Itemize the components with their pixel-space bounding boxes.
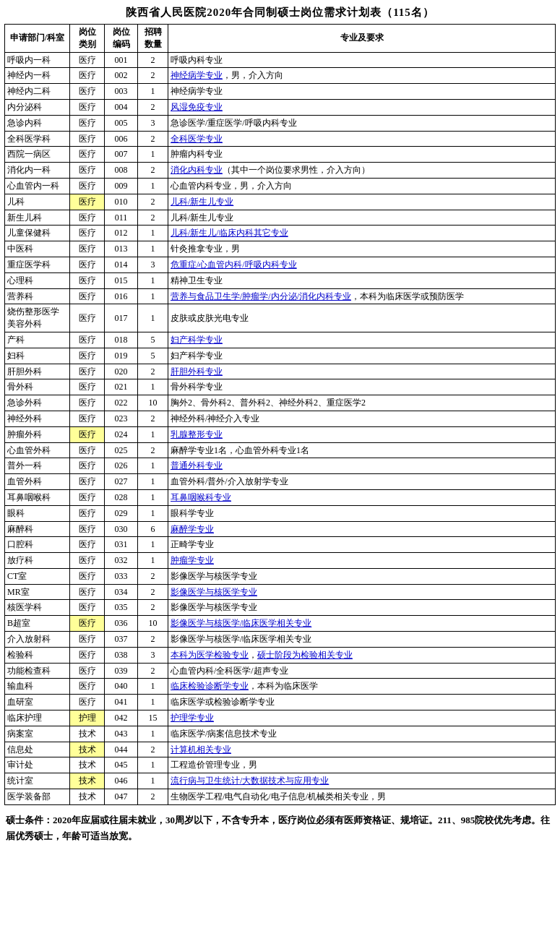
spec-cell: 骨外科学专业 [168,379,556,395]
spec-link[interactable]: 风湿免疫专业 [171,102,223,112]
spec-link[interactable]: 营养与食品卫生学/肿瘤学/内分泌/消化内科专业 [171,291,351,301]
num-cell: 1 [138,288,168,304]
spec-link[interactable]: 消化内科专业 [171,165,223,175]
col-dept: 申请部门/科室 [5,25,70,53]
spec-link[interactable]: 儿科/新生儿/临床内科其它专业 [171,228,288,238]
code-cell: 039 [105,663,138,679]
spec-cell: 肝胆外科专业 [168,364,556,379]
type-cell: 技术 [70,773,105,789]
num-cell: 1 [138,379,168,395]
spec-cell: 生物医学工程/电气自动化/电子信息/机械类相关专业，男 [168,789,556,805]
num-cell: 5 [138,348,168,364]
table-row: 消化内一科医疗0082消化内科专业（其中一个岗位要求男性，介入方向） [5,163,556,179]
table-row: 重症医学科医疗0143危重症/心血管内科/呼吸内科专业 [5,257,556,272]
table-row: 神经内一科医疗0022神经病学专业，男，介入方向 [5,68,556,84]
type-cell: 医疗 [70,616,105,632]
dept-cell: 中医科 [5,241,70,257]
spec-link[interactable]: 本科为医学检验专业 [171,650,249,660]
num-cell: 2 [138,163,168,179]
code-cell: 025 [105,442,138,458]
spec-cell: 营养与食品卫生学/肿瘤学/内分泌/消化内科专业，本科为临床医学或预防医学 [168,288,556,304]
type-cell: 医疗 [70,163,105,179]
table-row: 医学装备部技术0472生物医学工程/电气自动化/电子信息/机械类相关专业，男 [5,789,556,805]
spec-link[interactable]: 麻醉学专业 [171,524,214,534]
dept-cell: 妇科 [5,348,70,364]
dept-cell: 耳鼻咽喉科 [5,489,70,505]
num-cell: 1 [138,147,168,163]
code-cell: 046 [105,773,138,789]
code-cell: 028 [105,489,138,505]
type-cell: 医疗 [70,521,105,537]
table-row: 肝胆外科医疗0202肝胆外科专业 [5,364,556,379]
spec-link[interactable]: 护理学专业 [171,713,214,723]
code-cell: 018 [105,332,138,348]
dept-cell: 神经内二科 [5,84,70,100]
spec-link[interactable]: 耳鼻咽喉科专业 [171,492,231,502]
spec-link[interactable]: 流行病与卫生统计/大数据技术与应用专业 [171,776,329,786]
table-row: 麻醉科医疗0306麻醉学专业 [5,521,556,537]
dept-cell: 急诊外科 [5,395,70,411]
code-cell: 010 [105,194,138,210]
code-cell: 011 [105,210,138,226]
num-cell: 5 [138,332,168,348]
spec-cell: 心血管内科专业，男，介入方向 [168,178,556,194]
table-row: 核医学科医疗0352影像医学与核医学专业 [5,600,556,616]
spec-cell: 乳腺整形专业 [168,426,556,442]
num-cell: 2 [138,568,168,584]
num-cell: 1 [138,505,168,521]
spec-cell: 危重症/心血管内科/呼吸内科专业 [168,257,556,272]
spec-link[interactable]: 影像医学与核医学/临床医学相关专业 [171,618,311,628]
table-row: 心理科医疗0151精神卫生专业 [5,272,556,288]
col-spec: 专业及要求 [168,25,556,53]
type-cell: 技术 [70,742,105,757]
dept-cell: B超室 [5,616,70,632]
type-cell: 医疗 [70,288,105,304]
spec-link[interactable]: 神经病学专业 [171,70,223,80]
spec-link[interactable]: 肝胆外科专业 [171,366,223,377]
spec-link[interactable]: 全科医学专业 [171,134,223,144]
spec-link[interactable]: 肿瘤学专业 [171,555,214,565]
spec-cell: 临床检验诊断学专业，本科为临床医学 [168,679,556,695]
spec-cell: 心血管内科/全科医学/超声专业 [168,663,556,679]
spec-link[interactable]: 妇产科学专业 [171,335,223,345]
dept-cell: 口腔科 [5,537,70,553]
type-cell: 医疗 [70,210,105,226]
spec-cell: 普通外科专业 [168,458,556,474]
spec-cell: 儿科/新生儿专业 [168,194,556,210]
type-cell: 医疗 [70,537,105,553]
num-cell: 1 [138,84,168,100]
spec-link[interactable]: 影像医学与核医学专业 [171,587,257,597]
code-cell: 032 [105,553,138,569]
code-cell: 047 [105,789,138,805]
table-row: 儿科医疗0102儿科/新生儿专业 [5,194,556,210]
code-cell: 027 [105,474,138,490]
spec-link[interactable]: 危重症/心血管内科/呼吸内科专业 [171,259,297,270]
type-cell: 医疗 [70,600,105,616]
dept-cell: 心理科 [5,272,70,288]
dept-cell: CT室 [5,568,70,584]
dept-cell: 心血管外科 [5,442,70,458]
spec-cell: 正畸学专业 [168,537,556,553]
dept-cell: 心血管内一科 [5,178,70,194]
spec-link[interactable]: 乳腺整形专业 [171,429,223,439]
type-cell: 护理 [70,710,105,726]
spec-link[interactable]: 儿科/新生儿专业 [171,197,233,207]
code-cell: 016 [105,288,138,304]
spec-cell: 眼科学专业 [168,505,556,521]
num-cell: 1 [138,226,168,241]
dept-cell: 功能检查科 [5,663,70,679]
dept-cell: MR室 [5,584,70,600]
dept-cell: 放疗科 [5,553,70,569]
dept-cell: 急诊内科 [5,115,70,131]
table-row: 儿童保健科医疗0121儿科/新生儿/临床内科其它专业 [5,226,556,241]
num-cell: 2 [138,194,168,210]
table-row: 新生儿科医疗0112儿科/新生儿专业 [5,210,556,226]
num-cell: 10 [138,395,168,411]
spec-link-2[interactable]: 硕士阶段为检验相关专业 [257,650,353,660]
spec-link[interactable]: 普通外科专业 [171,460,223,471]
spec-cell: 影像医学与核医学/临床医学相关专业 [168,616,556,632]
spec-link[interactable]: 计算机相关专业 [171,744,231,755]
spec-link[interactable]: 临床检验诊断学专业 [171,681,249,691]
code-cell: 029 [105,505,138,521]
table-row: 神经内二科医疗0031神经病学专业 [5,84,556,100]
